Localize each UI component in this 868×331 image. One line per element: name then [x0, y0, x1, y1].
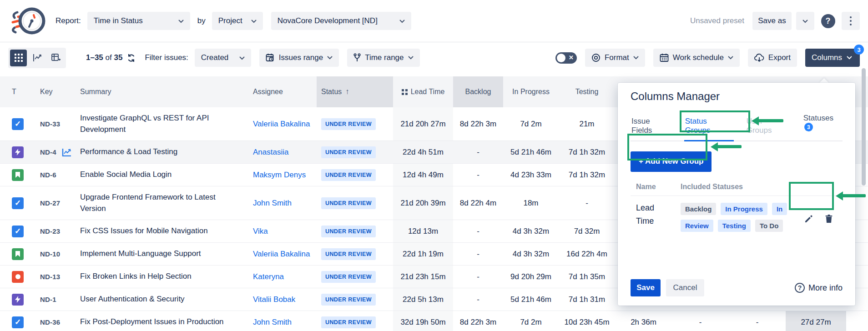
- included-statuses-chips: Backlog In Progress In Review Testing To…: [681, 201, 791, 232]
- tab-status-groups[interactable]: Status Groups: [684, 113, 734, 140]
- project-select[interactable]: NovaCore Development [ND]: [271, 12, 411, 30]
- assignee-link[interactable]: Maksym Denys: [253, 171, 306, 180]
- format-label: Format: [605, 53, 629, 62]
- issue-key[interactable]: ND-23: [40, 227, 60, 235]
- view-switcher: [8, 48, 66, 68]
- backlog-value: 8d 22h 3m: [460, 318, 496, 327]
- issues-range-button[interactable]: Issues range: [259, 49, 339, 67]
- assignee-link[interactable]: Valeriia Bakalina: [253, 250, 310, 259]
- more-options-button[interactable]: [842, 12, 860, 30]
- issues-range-label: Issues range: [279, 53, 323, 62]
- save-as-button[interactable]: Save as: [752, 12, 792, 30]
- issue-summary[interactable]: Fix Post-Deployment Issues in Production: [80, 316, 224, 328]
- chart-view-button[interactable]: [29, 50, 45, 66]
- scope-select[interactable]: Project: [212, 12, 263, 30]
- backlog-value: -: [477, 250, 479, 259]
- lead-time-value: 22d 1h 19m: [403, 250, 444, 259]
- chevron-down-icon: [233, 53, 245, 62]
- col-header-in-progress[interactable]: In Progress: [503, 76, 559, 107]
- issue-key[interactable]: ND-6: [40, 171, 56, 179]
- included-statuses-column-header: Included Statuses: [681, 183, 743, 191]
- assignee-link[interactable]: Kateryna: [253, 272, 284, 281]
- help-button[interactable]: ?: [819, 12, 837, 30]
- testing-value: 7d 32m: [574, 227, 600, 236]
- backlog-value: -: [477, 272, 479, 281]
- tab-statuses[interactable]: Statuses3: [802, 110, 843, 140]
- issue-summary[interactable]: Implement Multi-Language Support: [80, 248, 201, 260]
- issue-key[interactable]: ND-33: [40, 120, 60, 128]
- lead-time-value: 22d 4h 51m: [403, 148, 444, 157]
- col-header-type[interactable]: T: [0, 76, 27, 107]
- save-options-button[interactable]: [796, 12, 814, 30]
- grid-view-button[interactable]: [10, 50, 27, 66]
- issue-summary[interactable]: Upgrade Frontend Framework to Latest Ver…: [80, 192, 235, 214]
- issue-type-icon: [12, 169, 24, 181]
- col-header-testing[interactable]: Testing: [559, 76, 615, 107]
- assignee-link[interactable]: Vika: [253, 227, 268, 236]
- pagination-of: of: [106, 53, 112, 62]
- assignee-link[interactable]: Vitalii Bobak: [253, 295, 295, 304]
- question-mark-icon: ?: [821, 14, 835, 28]
- tab-user-groups[interactable]: User Groups: [746, 113, 790, 140]
- kebab-menu-icon: [850, 16, 852, 25]
- trash-icon: [823, 213, 834, 224]
- issue-type-icon: [12, 118, 24, 130]
- more-info-link[interactable]: ? More info: [795, 283, 843, 293]
- col-header-status[interactable]: Status ↑: [317, 76, 393, 107]
- lead-time-value: 12d 4h 49m: [403, 171, 444, 180]
- delete-group-button[interactable]: [823, 207, 834, 232]
- issue-summary[interactable]: Enable Social Media Login: [80, 169, 172, 181]
- in-progress-value: 5d 21h 46m: [510, 148, 551, 157]
- issue-key[interactable]: ND-10: [40, 250, 60, 258]
- assignee-link[interactable]: Anastasiia: [253, 148, 288, 157]
- lead-time-value: 21d 20h 27m: [400, 120, 445, 129]
- pivot-view-button[interactable]: [47, 50, 64, 66]
- assignee-link[interactable]: Valeriia Bakalina: [253, 120, 310, 129]
- line-chart-icon: [33, 54, 42, 62]
- columns-button[interactable]: Columns 3: [805, 49, 860, 67]
- report-type-select[interactable]: Time in Status: [87, 12, 190, 30]
- issue-key[interactable]: ND-13: [40, 273, 60, 281]
- table-row[interactable]: ND-36 Fix Post-Deployment Issues in Prod…: [0, 311, 868, 331]
- filter-field-select[interactable]: Created: [195, 49, 251, 67]
- work-schedule-label: Work schedule: [673, 53, 724, 62]
- calendar-clock-icon: [266, 53, 275, 62]
- tab-issue-fields[interactable]: Issue Fields: [631, 113, 672, 140]
- status-badge: UNDER REVIEW: [321, 197, 376, 209]
- trend-chart-icon[interactable]: [62, 148, 72, 156]
- panel-footer: Save Cancel ? More info: [631, 279, 843, 296]
- estimation-toggle[interactable]: ✕: [555, 52, 577, 64]
- toggle-x-icon: ✕: [569, 54, 574, 61]
- issue-key[interactable]: ND-36: [40, 318, 60, 326]
- work-schedule-button[interactable]: Work schedule: [653, 49, 740, 67]
- col-header-summary[interactable]: Summary: [77, 76, 253, 107]
- issue-type-icon: [12, 248, 24, 260]
- vertical-scrollbar-thumb[interactable]: [862, 68, 866, 186]
- assignee-link[interactable]: John Smith: [253, 199, 292, 208]
- add-new-group-button[interactable]: + Add New Group: [631, 151, 712, 172]
- format-button[interactable]: Format: [585, 49, 645, 67]
- status-chip: In Progress: [721, 203, 767, 215]
- col-header-key[interactable]: Key: [27, 76, 77, 107]
- issue-summary[interactable]: Investigate GraphQL vs REST for API Deve…: [80, 113, 235, 135]
- refresh-button[interactable]: [127, 54, 136, 62]
- issue-key[interactable]: ND-27: [40, 199, 60, 207]
- edit-group-button[interactable]: [803, 207, 814, 232]
- assignee-link[interactable]: John Smith: [253, 318, 292, 327]
- col-header-backlog[interactable]: Backlog: [453, 76, 503, 107]
- issue-summary[interactable]: Fix Broken Links in Help Section: [80, 271, 192, 282]
- time-in-status-app: Report: Time in Status by Project NovaCo…: [0, 0, 868, 331]
- issue-key[interactable]: ND-4: [40, 148, 56, 156]
- issue-summary[interactable]: Performance & Load Testing: [80, 146, 177, 158]
- col-header-lead-time[interactable]: Lead Time: [393, 76, 453, 107]
- issue-summary[interactable]: User Authentication & Security: [80, 294, 185, 305]
- project-value: NovaCore Development [ND]: [278, 16, 378, 25]
- time-range-button[interactable]: Time range: [347, 49, 419, 67]
- save-button[interactable]: Save: [631, 279, 661, 296]
- backlog-value: 8d 22h 3m: [460, 120, 496, 129]
- cancel-button[interactable]: Cancel: [666, 279, 704, 296]
- export-button[interactable]: Export: [748, 49, 797, 67]
- issue-key[interactable]: ND-1: [40, 296, 56, 303]
- issue-summary[interactable]: Fix CSS Issues for Mobile Navigation: [80, 226, 208, 237]
- col-header-assignee[interactable]: Assignee: [253, 76, 317, 107]
